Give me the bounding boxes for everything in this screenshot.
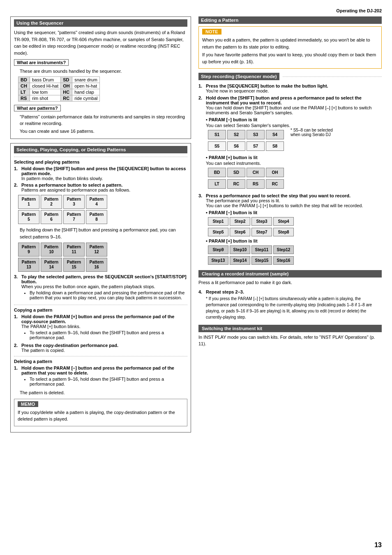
pattern-pad: Pattern 2 xyxy=(41,195,62,209)
instruments-table: BDbass DrumSDsnare drumCHclosed Hi-hatOH… xyxy=(18,76,100,102)
sr-step2-content: Hold down the [SHIFT] button and press a… xyxy=(206,95,382,191)
step-pad: Step10 xyxy=(230,245,250,254)
pattern-pad: Pattern 10 xyxy=(41,243,62,257)
using-sequencer-title: Using the Sequencer xyxy=(14,19,187,27)
pattern-pad: Pattern 4 xyxy=(86,195,107,209)
what-patterns-box: What are patterns? "Patterns" contain pe… xyxy=(14,105,187,135)
step-pad: Step14 xyxy=(230,256,250,265)
delete-step1-bold: Hold down the PARAM [–] button and press… xyxy=(21,365,187,375)
patterns-desc2: You can create and save 16 patterns. xyxy=(14,128,187,135)
step-plus-top-grid: Step9Step10Step11Step12 xyxy=(208,245,382,254)
sr-step3-content: Press a performance pad to select the st… xyxy=(206,193,382,267)
step1-content: Hold down the [SHIFT] button and press t… xyxy=(21,166,187,181)
step-recording-section: Step recording (Sequencer mode) 1. Press… xyxy=(198,73,382,347)
step-plus-bot-grid: Step13Step14Step15Step16 xyxy=(208,256,382,265)
sr-step1-bold: Press the [SEQUENCER] button to make the… xyxy=(206,83,382,88)
copy-step1-bullet1: To select a pattern 9–16, hold down the … xyxy=(30,330,187,340)
instrument-pad: RC xyxy=(227,179,245,189)
main-layout: Using the Sequencer Using the sequencer,… xyxy=(10,16,382,437)
step-pad: Step7 xyxy=(251,228,272,236)
clearing-box-label: Clearing a recorded instrument (sample) xyxy=(198,270,382,278)
serato-pads-row: S1S2S3S4 S5S6S7S8 * S5–8 can be selected… xyxy=(206,128,382,153)
pattern-pad-grid-1: Pattern 1Pattern 2Pattern 3Pattern 4Patt… xyxy=(18,195,187,224)
instrument-pad: RC xyxy=(266,179,284,189)
step-pad: Step9 xyxy=(208,245,228,254)
copy-step1-content: Hold down the PARAM [+] button and press… xyxy=(21,314,187,341)
memo-box: MEMO If you copy/delete while a pattern … xyxy=(14,399,187,426)
pattern-pad: Pattern 14 xyxy=(41,258,62,272)
copying-subsection: Copying a pattern 1. Hold down the PARAM… xyxy=(14,305,187,353)
sr-step4-num: 4. xyxy=(198,289,204,321)
left-column: Using the Sequencer Using the sequencer,… xyxy=(10,16,191,437)
instrument-bot-grid: LTRCRSRC xyxy=(208,179,382,189)
param-plus-label: • PARAM [+] button is lit xyxy=(206,155,382,160)
pattern-pad: Pattern 13 xyxy=(18,258,39,272)
pattern-pad: Pattern 11 xyxy=(63,243,85,257)
step3-bold: To play the selected pattern, press the … xyxy=(21,274,187,284)
delete-step1-bullet1: To select a pattern 9–16, hold down the … xyxy=(30,377,187,386)
step-pad: Step15 xyxy=(251,256,272,265)
sr-step4: 4. Repeat steps 2–3. * If you press the … xyxy=(198,289,382,321)
step2-detail: Patterns are assigned to performance pad… xyxy=(21,187,187,192)
what-instruments-box: What are instruments? These are drum sou… xyxy=(14,59,187,102)
step-pad: Step1 xyxy=(208,217,228,226)
serato-pad: S8 xyxy=(266,141,284,151)
patterns-desc1: "Patterns" contain performance data for … xyxy=(14,113,187,127)
sr-step1: 1. Press the [SEQUENCER] button to make … xyxy=(198,83,382,93)
pattern-pad: Pattern 1 xyxy=(18,195,39,209)
copy-step1-num: 1. xyxy=(14,314,20,341)
step-recording-header: Step recording (Sequencer mode) xyxy=(198,73,382,80)
param-plus-desc: You can select instruments. xyxy=(206,161,382,166)
instrument-pad: OH xyxy=(266,168,284,177)
step1-bold: Hold down the [SHIFT] button and press t… xyxy=(21,166,187,176)
step-minus-bot-grid: Step5Step6Step7Step8 xyxy=(208,228,382,236)
instruments-desc: These are drum sounds handled by the seq… xyxy=(14,68,187,75)
step3-detail: When you press the button once again, th… xyxy=(21,284,187,289)
serato-pad: S6 xyxy=(227,141,245,151)
step-pad: Step12 xyxy=(273,245,294,254)
dotted-line xyxy=(283,76,382,77)
step1-num: 1. xyxy=(14,166,20,181)
pattern-pad: Pattern 5 xyxy=(18,210,39,224)
serato-pad: S1 xyxy=(208,130,226,139)
step1-item: 1. Hold down the [SHIFT] button and pres… xyxy=(14,166,187,181)
sr-step3: 3. Press a performance pad to select the… xyxy=(198,193,382,267)
step-pad: Step5 xyxy=(208,228,228,236)
page-header: Operating the DJ-202 xyxy=(10,8,382,13)
selecting-playing-subsection: Selecting and playing patterns 1. Hold d… xyxy=(14,157,187,301)
delete-after: The pattern is deleted. xyxy=(14,389,187,396)
instrument-pad: RS xyxy=(247,179,265,189)
param-minus-label: • PARAM [–] button is lit xyxy=(206,117,382,122)
copy-step1-bold: Hold down the PARAM [+] button and press… xyxy=(21,314,187,324)
serato-pad: S2 xyxy=(227,130,245,139)
page-number: 13 xyxy=(374,541,382,549)
serato-bot-grid: S5S6S7S8 xyxy=(208,141,284,151)
sr-step3-detail1: The performance pad you press is lit. xyxy=(206,198,382,203)
step-param-minus-label: • PARAM [–] button is lit xyxy=(206,210,382,215)
step-pad: Step16 xyxy=(273,256,294,265)
sr-step4-bold: Repeat steps 2–3. xyxy=(206,289,382,294)
step-minus-top-grid: Step1Step2Step3Step4 xyxy=(208,217,382,226)
step2-content: Press a performance button to select a p… xyxy=(21,183,187,192)
copy-step1-bullets: To select a pattern 9–16, hold down the … xyxy=(21,330,187,340)
copy-step2: 2. Press the copy-destination performanc… xyxy=(14,343,187,353)
serato-top-grid: S1S2S3S4 xyxy=(208,130,284,139)
copy-step2-detail: The pattern is copied. xyxy=(21,348,187,353)
deleting-title: Deleting a pattern xyxy=(14,359,187,364)
delete-step1-bullets: To select a pattern 9–16, hold down the … xyxy=(21,377,187,386)
editing-title: Editing a Pattern xyxy=(198,16,382,24)
step3-bullet1: By holding down a performance pad and pr… xyxy=(30,290,187,300)
what-patterns-label: What are patterns? xyxy=(14,105,61,111)
sr-step3-num: 3. xyxy=(198,193,204,267)
pattern-pad: Pattern 6 xyxy=(41,210,62,224)
pattern-note: By holding down the [SHIFT] button and p… xyxy=(14,227,187,240)
header-title: Operating the DJ-202 xyxy=(336,8,382,13)
selecting-title: Selecting, Playing, Copying, or Deleting… xyxy=(14,146,187,153)
instrument-pad: CH xyxy=(247,168,265,177)
pattern-pad: Pattern 3 xyxy=(63,195,85,209)
using-sequencer-body: Using the sequencer, "patterns" created … xyxy=(14,29,187,56)
memo-text: If you copy/delete while a pattern is pl… xyxy=(18,409,184,423)
step3-item: 3. To play the selected pattern, press t… xyxy=(14,274,187,301)
sr-step2: 2. Hold down the [SHIFT] button and pres… xyxy=(198,95,382,191)
memo-label: MEMO xyxy=(18,401,38,407)
